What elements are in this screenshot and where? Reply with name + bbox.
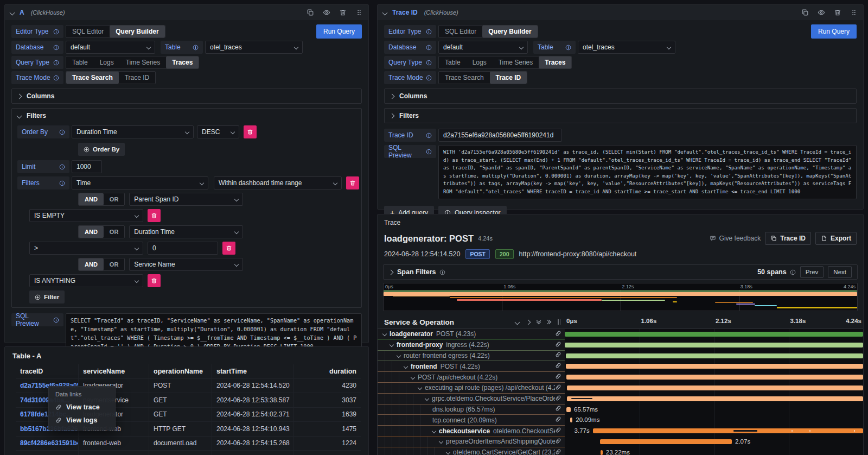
span-row[interactable]: oteldemo.CartService/GetCart (23.22ms)23… [378,447,863,455]
run-query-button[interactable]: Run Query [316,24,362,39]
remove-condition-button[interactable] [148,209,161,222]
condition-field-select[interactable]: Duration Time [129,225,243,238]
filters-section[interactable]: Filters [384,108,857,123]
span-name-cell[interactable]: loadgeneratorPOST (4.23s) [378,329,565,340]
option-and[interactable]: AND [79,193,104,205]
next-button[interactable]: Next [828,266,852,278]
condition-value-input[interactable]: 0 [148,242,218,255]
cell-trace-id[interactable]: 89cf4286e631591b4... [16,437,79,451]
column-header-serviceName[interactable]: serviceName [79,364,149,378]
chevron-down-icon[interactable] [382,332,387,336]
chevron-down-icon[interactable] [404,364,408,369]
filter-field-select[interactable]: Time [72,176,208,189]
remove-order-by-button[interactable] [244,125,257,138]
option-or[interactable]: OR [104,226,125,238]
span-duration-bar[interactable] [570,418,572,422]
span-link-icon[interactable] [555,330,565,338]
span-link-icon[interactable] [555,405,565,413]
option-and[interactable]: AND [79,258,104,270]
order-by-direction-select[interactable]: DESC [197,125,239,138]
option-time-series[interactable]: Time Series [120,56,167,68]
option-logs[interactable]: Logs [467,56,493,68]
span-duration-bar[interactable] [593,428,863,433]
chevron-down-icon[interactable] [411,375,415,379]
view-trace-link[interactable]: View trace [49,401,115,414]
prev-button[interactable]: Prev [800,266,824,278]
span-row[interactable]: POST /api/checkout (4.22s) [378,372,863,383]
remove-query-icon[interactable] [834,9,841,16]
collapse-one-icon[interactable] [515,319,520,325]
info-icon[interactable] [426,60,432,66]
info-icon[interactable] [53,29,59,35]
info-icon[interactable] [426,29,432,35]
condition-operator-select[interactable]: > [29,242,143,255]
option-traces[interactable]: Traces [166,56,199,68]
span-row[interactable]: dns.lookup (65.57ms)65.57ms [378,405,863,415]
add-filter-button[interactable]: Filter [29,290,65,304]
span-bar-cell[interactable] [565,340,863,351]
span-row[interactable]: executing api route (pages) /api/checkou… [378,383,863,394]
info-icon[interactable] [426,75,432,81]
copy-trace-id-button[interactable]: Trace ID [765,232,811,245]
database-select[interactable]: default [438,41,528,54]
span-bar-cell[interactable]: 23.22ms [565,447,863,455]
filters-section-header[interactable]: Filters [17,111,356,120]
span-row[interactable]: prepareOrderItemsAndShippingQuoteFromCar… [378,437,863,447]
add-order-by-button[interactable]: Order By [78,143,125,156]
span-duration-bar[interactable] [565,332,863,337]
option-trace-search[interactable]: Trace Search [439,72,490,84]
duplicate-query-icon[interactable] [307,9,314,16]
chevron-down-icon[interactable] [418,386,422,390]
collapse-chevron-icon[interactable] [10,10,15,15]
table-select[interactable]: otel_traces [578,41,675,54]
drag-handle-icon[interactable] [355,9,363,16]
span-bar-cell[interactable]: 2.07s [565,437,863,447]
span-row[interactable]: frontend-proxyingress (4.22s) [378,340,863,351]
trace-panel-title[interactable]: Trace [378,214,863,228]
option-traces[interactable]: Traces [539,56,571,68]
chevron-down-icon[interactable] [439,439,443,444]
order-by-field-select[interactable]: Duration Time [72,125,194,138]
span-link-icon[interactable] [555,395,565,403]
cell-trace-id[interactable]: 3ca7acfc0194f996c... [16,451,79,455]
span-link-icon[interactable] [555,341,565,349]
option-table[interactable]: Table [439,56,467,68]
info-icon[interactable] [426,132,432,138]
span-bar-cell[interactable] [565,372,863,383]
column-header-traceID[interactable]: traceID [16,364,79,378]
span-row[interactable]: tcp.connect (20.09ms)20.09ms [378,415,863,426]
columns-section[interactable]: Columns [11,89,362,104]
info-icon[interactable] [426,149,432,155]
info-icon[interactable] [59,180,65,186]
table-select[interactable]: otel_traces [205,41,303,54]
database-select[interactable]: default [66,41,155,54]
export-button[interactable]: Export [815,232,857,245]
info-icon[interactable] [193,45,199,50]
span-row[interactable]: loadgeneratorPOST (4.23s) [378,329,863,340]
info-icon[interactable] [53,75,59,81]
info-icon[interactable] [53,45,59,50]
span-bar-cell[interactable] [565,329,863,340]
option-query-builder[interactable]: Query Builder [110,26,164,37]
info-icon[interactable] [426,45,432,50]
span-bar-cell[interactable] [565,394,863,405]
column-header-startTime[interactable]: startTime [212,364,293,378]
hide-response-icon[interactable] [818,9,825,16]
span-name-cell[interactable]: prepareOrderItemsAndShippingQuoteFromCar… [378,437,565,447]
span-name-cell[interactable]: dns.lookup (65.57ms) [378,405,565,415]
span-filters-label[interactable]: Span Filters [397,268,436,276]
chevron-down-icon[interactable] [446,450,450,454]
and-or-toggle[interactable]: ANDOR [78,258,125,271]
chevron-down-icon[interactable] [425,396,429,401]
condition-operator-select[interactable]: IS EMPTY [29,209,143,222]
span-bar-cell[interactable] [565,383,863,394]
option-sql-editor[interactable]: SQL Editor [66,26,110,37]
span-link-icon[interactable] [555,362,565,370]
span-bar-cell[interactable]: 65.57ms [565,405,863,415]
span-name-cell[interactable]: frontend-proxyingress (4.22s) [378,340,565,351]
span-bar-cell[interactable]: 20.09ms [565,415,863,426]
limit-input[interactable]: 1000 [72,160,102,173]
option-query-builder[interactable]: Query Builder [482,26,537,37]
info-icon[interactable] [59,164,65,170]
column-header-duration[interactable]: duration [293,364,361,378]
